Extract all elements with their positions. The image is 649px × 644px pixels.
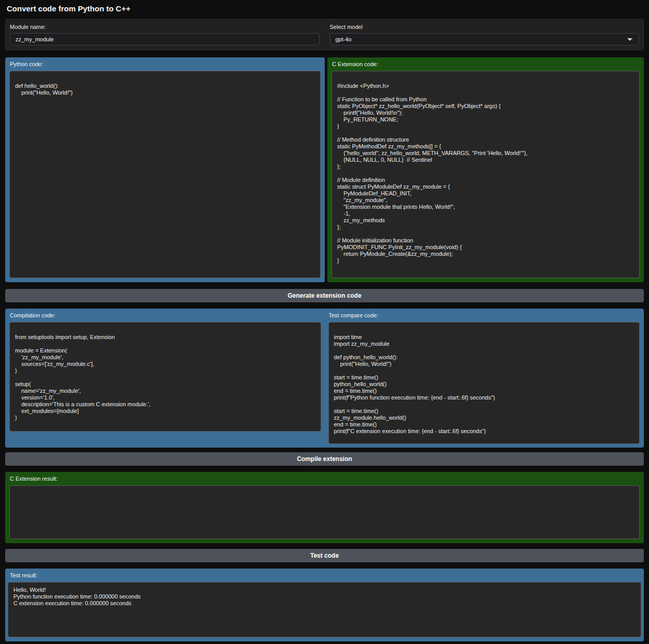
test-result-panel: Test result: Hello, World! Python functi… bbox=[5, 569, 644, 641]
test-result-output[interactable]: Hello, World! Python function execution … bbox=[8, 582, 641, 637]
generate-extension-code-button[interactable]: Generate extension code bbox=[5, 289, 644, 302]
compilation-code-column: Compilation code: from setuptools import… bbox=[9, 312, 321, 432]
test-compare-code-column: Test compare code: import time import zz… bbox=[328, 312, 640, 444]
test-compare-code-label: Test compare code: bbox=[329, 312, 640, 319]
python-code-editor[interactable]: def hello_world(): print("Hello, World!"… bbox=[9, 71, 321, 278]
python-code-label: Python code: bbox=[10, 61, 321, 68]
code-editors-row: Python code: def hello_world(): print("H… bbox=[5, 57, 644, 282]
compilation-code-editor[interactable]: from setuptools import setup, Extension … bbox=[9, 322, 321, 432]
app-root: Convert code from Python to C++ Module n… bbox=[0, 0, 649, 644]
c-extension-code-editor[interactable]: #include <Python.h> // Function to be ca… bbox=[331, 71, 640, 278]
compilation-code-label: Compilation code: bbox=[10, 312, 321, 319]
module-name-label: Module name: bbox=[10, 24, 320, 30]
module-name-input[interactable] bbox=[10, 33, 320, 45]
chevron-down-icon bbox=[627, 38, 632, 41]
c-extension-result-output[interactable] bbox=[9, 485, 640, 539]
page-title: Convert code from Python to C++ bbox=[7, 4, 644, 13]
module-name-field: Module name: bbox=[10, 24, 320, 45]
model-field: Select model gpt-4o bbox=[330, 24, 640, 45]
model-dropdown-value: gpt-4o bbox=[336, 36, 352, 42]
model-label: Select model bbox=[330, 24, 640, 30]
python-code-panel: Python code: def hello_world(): print("H… bbox=[5, 57, 325, 282]
settings-bar: Module name: Select model gpt-4o bbox=[5, 19, 644, 50]
test-result-label: Test result: bbox=[10, 572, 641, 579]
c-extension-code-panel: C Extension code: #include <Python.h> //… bbox=[327, 57, 644, 282]
compile-extension-button[interactable]: Compile extension bbox=[5, 452, 644, 466]
c-extension-code-label: C Extension code: bbox=[332, 61, 640, 68]
c-extension-result-panel: C Extension result: bbox=[5, 472, 644, 543]
compile-test-panel: Compilation code: from setuptools import… bbox=[5, 309, 644, 448]
c-extension-result-label: C Extension result: bbox=[10, 476, 640, 482]
test-code-button[interactable]: Test code bbox=[5, 549, 644, 562]
test-compare-code-editor[interactable]: import time import zz_my_module def pyth… bbox=[328, 322, 640, 444]
model-dropdown[interactable]: gpt-4o bbox=[330, 33, 640, 45]
